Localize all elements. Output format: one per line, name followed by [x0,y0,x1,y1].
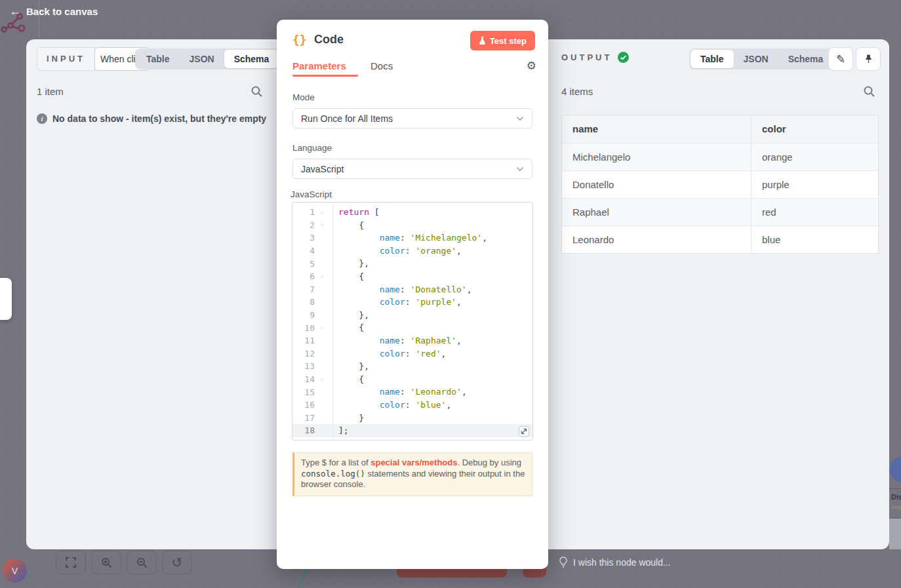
input-empty-notice: i No data to show - item(s) exist, but t… [37,113,266,124]
code-token: { [338,271,364,281]
active-tab-underline [292,75,358,77]
code-line[interactable]: color: 'orange', [333,245,532,258]
code-token: 'Leonardo' [410,387,462,397]
code-line[interactable]: color: 'blue', [333,399,532,412]
code-token: , [482,233,487,243]
table-cell: Leonardo [562,226,751,253]
table-header-cell: name [562,115,751,143]
code-line[interactable]: } [333,412,532,425]
output-panel-label: OUTPUT [561,52,612,62]
editor-line-number: 14˅ [292,373,332,386]
editor-resize-handle[interactable] [519,426,529,437]
avatar-initial: V [12,566,18,576]
fold-chevron-icon[interactable]: ˅ [315,324,329,331]
code-token [338,233,380,243]
app-root: ← Back to canvas ↺ Dis Lega [0,0,901,588]
mode-select[interactable]: Run Once for All Items [292,108,532,128]
table-row: Raphaelred [562,198,878,225]
editor-line-number: 4 [292,245,332,258]
code-line[interactable]: color: 'purple', [333,296,532,309]
line-number: 8 [292,297,315,307]
code-line[interactable]: { [333,219,532,232]
code-line[interactable]: { [333,373,532,386]
code-line[interactable]: { [333,321,532,334]
input-search-icon[interactable] [250,85,263,98]
line-number: 10 [292,323,315,333]
table-row: Leonardoblue [562,225,878,253]
code-line[interactable]: name: 'Raphael', [333,334,532,347]
tab-parameters[interactable]: Parameters [292,60,346,71]
editor-line-number: 3 [292,231,332,245]
tab-docs[interactable]: Docs [370,60,393,71]
tab-input-json[interactable]: JSON [180,50,224,68]
code-token: , [467,284,472,294]
code-token: 'Donatello' [410,284,467,294]
code-line[interactable]: name: 'Leonardo', [333,385,532,399]
code-line[interactable]: name: 'Michelangelo', [333,231,532,245]
code-token: : [400,387,410,397]
code-token: name [380,336,400,345]
tab-input-schema[interactable]: Schema [224,50,279,68]
output-table: namecolorMichelangeloorangeDonatellopurp… [561,115,879,254]
tab-output-json[interactable]: JSON [734,50,778,68]
code-braces-icon: {} [292,33,307,47]
zoom-in-button[interactable] [91,551,121,574]
line-number: 9 [292,310,315,320]
tab-output-table[interactable]: Table [691,50,734,68]
test-step-button[interactable]: Test step [470,31,535,50]
editor-hint-callout: Type $ for a list of special vars/method… [292,452,532,496]
language-value: JavaScript [301,164,344,174]
editor-line-number: 1˅ [292,206,332,219]
code-token: 'Raphael' [410,336,456,345]
modal-title: Code [314,33,344,47]
line-number: 14 [292,374,315,384]
output-items-count: 4 items [561,86,593,97]
code-line[interactable]: return [ [333,206,532,219]
code-line[interactable]: color: 'red', [333,347,532,361]
input-items-count: 1 item [37,86,64,97]
chevron-down-icon [516,167,524,172]
fit-view-button[interactable] [56,551,86,574]
code-line[interactable]: name: 'Donatello', [333,283,532,296]
language-select[interactable]: JavaScript [292,159,532,179]
fold-chevron-icon[interactable]: ˅ [315,273,329,280]
output-search-icon[interactable] [863,85,875,98]
pin-data-button[interactable] [856,47,881,71]
collapsed-sidebar-handle[interactable] [0,278,12,320]
fold-chevron-icon[interactable]: ˅ [315,209,329,216]
table-cell: orange [751,144,878,170]
line-number: 3 [292,233,315,243]
user-avatar[interactable]: V [3,559,27,583]
code-line[interactable]: ]; [333,424,532,437]
zoom-out-icon [136,557,148,568]
line-number: 17 [292,413,315,423]
code-editor[interactable]: 1˅2˅3456˅78910˅11121314˅15161718 return … [292,202,533,441]
back-to-canvas-button[interactable]: ← Back to canvas [9,5,98,18]
code-token: : [405,349,416,359]
canvas-node-partial[interactable]: Dis Lega [889,451,901,549]
fold-chevron-icon[interactable]: ˅ [315,222,329,228]
code-token: { [338,323,364,332]
code-token: : [400,336,410,345]
tab-input-table[interactable]: Table [136,50,180,68]
table-cell: purple [751,171,878,198]
reset-zoom-button[interactable]: ↺ [162,551,192,574]
edit-output-button[interactable]: ✎ [828,47,853,71]
table-cell: red [751,199,878,225]
node-feedback-link[interactable]: I wish this node would... [559,557,671,568]
tab-output-schema[interactable]: Schema [778,50,833,68]
code-line[interactable]: }, [333,257,532,270]
code-line[interactable]: }, [333,309,532,322]
node-settings-gear-icon[interactable]: ⚙ [527,59,536,73]
back-arrow-icon: ← [9,5,21,18]
editor-code[interactable]: return [ { name: 'Michelangelo', color: … [333,203,532,440]
code-line[interactable]: { [333,270,532,283]
editor-line-number: 5 [292,257,332,270]
table-cell: blue [751,226,878,253]
editor-line-number: 17 [292,412,332,425]
line-number: 15 [292,387,315,397]
fold-chevron-icon[interactable]: ˅ [315,376,329,383]
zoom-out-button[interactable] [127,551,157,574]
code-line[interactable]: }, [333,360,532,373]
special-vars-link[interactable]: special vars/methods [370,458,457,467]
